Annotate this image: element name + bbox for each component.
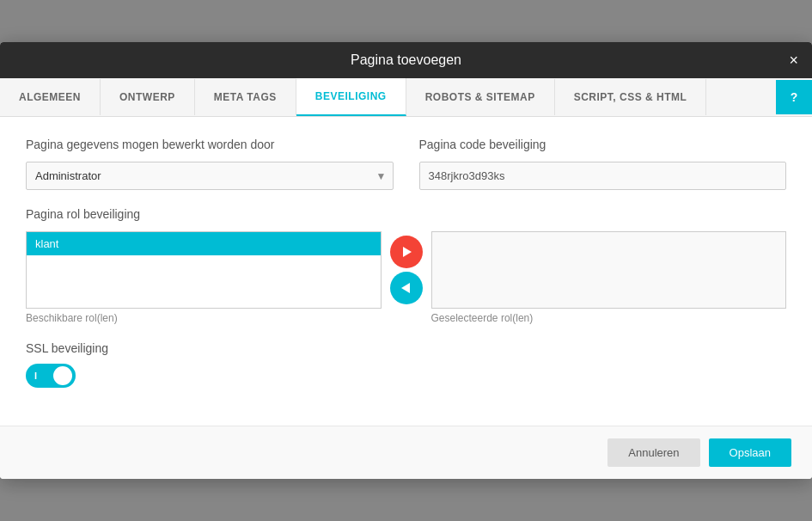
edit-permission-title: Pagina gegevens mogen bewerkt worden doo… [26,138,394,151]
modal-title: Pagina toevoegen [351,52,461,68]
ssl-section: SSL beveiliging I [26,341,786,388]
role-item-klant[interactable]: klant [27,232,381,255]
code-security-input[interactable] [419,162,787,190]
selected-roles-list[interactable] [431,231,787,309]
available-label: Beschikbare rol(len) [26,312,382,324]
arrow-left-icon [398,279,415,297]
tab-ontwerp[interactable]: ONTWERP [101,79,195,115]
code-security-title: Pagina code beveiliging [419,138,787,151]
ssl-toggle[interactable]: I [26,364,76,388]
modal-body: Pagina gegevens mogen bewerkt worden doo… [0,117,812,426]
tab-meta-tags[interactable]: META TAGS [195,79,296,115]
rol-arrows [382,231,431,309]
available-roles-list[interactable]: klant [26,231,382,309]
tab-robots-sitemap[interactable]: ROBOTS & SITEMAP [406,79,555,115]
modal-close-button[interactable]: × [789,52,798,68]
cancel-button[interactable]: Annuleren [607,438,699,467]
top-section: Pagina gegevens mogen bewerkt worden doo… [26,138,786,190]
edit-permission-section: Pagina gegevens mogen bewerkt worden doo… [26,138,394,190]
admin-select[interactable]: Administrator Redacteur Gebruiker [26,162,394,190]
modal-overlay: Pagina toevoegen × ALGEMEEN ONTWERP META… [0,0,812,521]
admin-select-wrapper: Administrator Redacteur Gebruiker ▼ [26,162,394,190]
help-button[interactable]: ? [776,80,812,114]
ssl-title: SSL beveiliging [26,341,786,355]
save-button[interactable]: Opslaan [709,438,791,467]
tab-script-css-html[interactable]: SCRIPT, CSS & HTML [555,79,707,115]
code-security-section: Pagina code beveiliging [419,138,787,190]
tab-beveiliging[interactable]: BEVEILIGING [296,78,406,116]
rol-boxes: klant [26,231,786,309]
rol-labels: Beschikbare rol(len) Geselecteerde rol(l… [26,312,786,324]
rol-security-section: Pagina rol beveiliging klant [26,207,786,324]
svg-marker-1 [401,283,410,293]
rol-security-title: Pagina rol beveiliging [26,207,786,221]
tabs-bar: ALGEMEEN ONTWERP META TAGS BEVEILIGING R… [0,78,812,117]
modal-footer: Annuleren Opslaan [0,426,812,479]
selected-label: Geselecteerde rol(len) [431,312,787,324]
modal-header: Pagina toevoegen × [0,42,812,78]
toggle-slider: I [26,364,76,388]
svg-marker-0 [403,247,412,257]
toggle-knob [53,366,72,385]
move-right-button[interactable] [390,236,423,268]
toggle-on-label: I [34,371,37,381]
move-left-button[interactable] [390,272,423,304]
ssl-toggle-container: I [26,364,786,388]
modal: Pagina toevoegen × ALGEMEEN ONTWERP META… [0,42,812,479]
tab-algemeen[interactable]: ALGEMEEN [0,79,101,115]
arrow-right-icon [398,243,415,260]
